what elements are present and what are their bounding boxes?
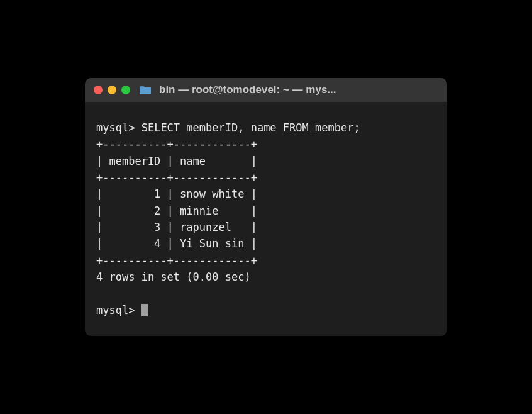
traffic-lights bbox=[94, 86, 130, 94]
cursor-icon bbox=[141, 304, 148, 316]
table-border: +----------+------------+ bbox=[96, 138, 257, 150]
sql-prompt: mysql> bbox=[96, 121, 135, 134]
table-row: | 4 | Yi Sun sin | bbox=[96, 237, 257, 250]
terminal-window: bin — root@tomodevel: ~ — mys... mysql> … bbox=[85, 78, 447, 336]
window-title: bin — root@tomodevel: ~ — mys... bbox=[159, 84, 336, 96]
table-border: +----------+------------+ bbox=[96, 171, 257, 184]
sql-query: SELECT memberID, name FROM member; bbox=[141, 121, 360, 134]
title-bar[interactable]: bin — root@tomodevel: ~ — mys... bbox=[85, 78, 447, 102]
table-border: +----------+------------+ bbox=[96, 254, 257, 267]
maximize-icon[interactable] bbox=[121, 86, 130, 94]
close-icon[interactable] bbox=[94, 86, 103, 94]
table-row: | 2 | minnie | bbox=[96, 204, 257, 217]
table-header: | memberID | name | bbox=[96, 155, 257, 167]
minimize-icon[interactable] bbox=[108, 86, 116, 94]
table-row: | 3 | rapunzel | bbox=[96, 221, 257, 233]
table-row: | 1 | snow white | bbox=[96, 187, 257, 200]
sql-prompt: mysql> bbox=[96, 304, 141, 316]
folder-icon bbox=[139, 84, 152, 96]
terminal-output: mysql> SELECT memberID, name FROM member… bbox=[96, 120, 436, 318]
terminal-body[interactable]: mysql> SELECT memberID, name FROM member… bbox=[85, 102, 447, 336]
status-text: 4 rows in set (0.00 sec) bbox=[96, 271, 251, 283]
